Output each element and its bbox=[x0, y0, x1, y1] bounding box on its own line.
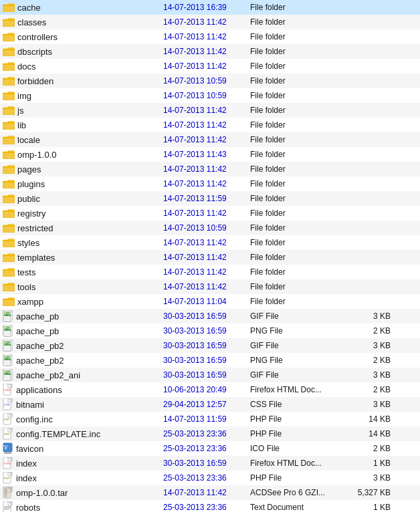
file-row[interactable]: apache_pb2 30-03-2013 16:59 GIF File 3 K… bbox=[0, 338, 420, 353]
file-name-col: apache_pb2 bbox=[3, 340, 163, 352]
file-row[interactable]: templates 14-07-2013 11:42 File folder bbox=[0, 250, 420, 265]
file-name: templates bbox=[17, 253, 55, 263]
file-type: File folder bbox=[250, 106, 344, 115]
file-row[interactable]: cache 14-07-2013 16:39 File folder bbox=[0, 0, 420, 15]
file-row[interactable]: docs 14-07-2013 11:42 File folder bbox=[0, 59, 420, 74]
file-type: File folder bbox=[250, 297, 344, 306]
folder-icon bbox=[3, 179, 15, 188]
file-type: File folder bbox=[250, 76, 344, 86]
file-date: 30-03-2013 16:59 bbox=[163, 326, 250, 336]
file-name-col: omp-1.0.0 bbox=[3, 150, 163, 160]
file-name: config.inc bbox=[16, 414, 53, 424]
file-row[interactable]: PHP config.inc 14-07-2013 11:59 PHP File… bbox=[0, 412, 420, 426]
file-name-col: controllers bbox=[3, 32, 163, 42]
folder-icon bbox=[3, 3, 15, 12]
file-row[interactable]: img 14-07-2013 10:59 File folder bbox=[0, 88, 420, 103]
file-type: File folder bbox=[250, 91, 344, 100]
file-row[interactable]: PHP index 25-03-2013 23:36 PHP File 3 KB bbox=[0, 471, 420, 485]
file-row[interactable]: apache_pb 30-03-2013 16:59 GIF File 3 KB bbox=[0, 309, 420, 324]
file-row[interactable]: pages 14-07-2013 11:42 File folder bbox=[0, 162, 420, 176]
file-date: 14-07-2013 11:59 bbox=[163, 194, 250, 203]
file-name-col: robots bbox=[3, 501, 163, 512]
svg-rect-62 bbox=[4, 346, 10, 350]
file-name: apache_pb2_ani bbox=[16, 370, 80, 380]
file-date: 25-03-2013 23:36 bbox=[163, 429, 250, 438]
file-row[interactable]: restricted 14-07-2013 10:59 File folder bbox=[0, 221, 420, 235]
image-icon bbox=[3, 310, 13, 322]
file-row[interactable]: apache_pb2_ani 30-03-2013 16:59 GIF File… bbox=[0, 368, 420, 382]
file-name: apache_pb2 bbox=[16, 341, 64, 351]
php-icon: PHP bbox=[3, 428, 13, 440]
file-row[interactable]: apache_pb 30-03-2013 16:59 PNG File 2 KB bbox=[0, 324, 420, 338]
file-row[interactable]: robots 25-03-2013 23:36 Text Document 1 … bbox=[0, 500, 420, 512]
file-row[interactable]: controllers 14-07-2013 11:42 File folder bbox=[0, 29, 420, 44]
file-row[interactable]: HTML applications 10-06-2013 20:49 Firef… bbox=[0, 382, 420, 397]
file-row[interactable]: omp-1.0.0.tar 14-07-2013 11:42 ACDSee Pr… bbox=[0, 485, 420, 500]
folder-icon bbox=[3, 106, 15, 115]
file-list: cache 14-07-2013 16:39 File folder class… bbox=[0, 0, 420, 512]
file-date: 14-07-2013 11:42 bbox=[163, 120, 250, 130]
file-row[interactable]: omp-1.0.0 14-07-2013 11:43 File folder bbox=[0, 147, 420, 162]
file-row[interactable]: public 14-07-2013 11:59 File folder bbox=[0, 191, 420, 206]
folder-icon bbox=[3, 282, 15, 291]
file-name: styles bbox=[17, 238, 39, 248]
folder-icon bbox=[3, 120, 15, 130]
file-name: forbidden bbox=[17, 76, 54, 86]
file-date: 25-03-2013 23:36 bbox=[163, 503, 250, 512]
file-type: File folder bbox=[250, 267, 344, 277]
file-name-col: lib bbox=[3, 120, 163, 130]
file-name: tests bbox=[17, 267, 35, 277]
file-row[interactable]: locale 14-07-2013 11:42 File folder bbox=[0, 132, 420, 147]
file-name: config.TEMPLATE.inc bbox=[16, 429, 100, 439]
file-name: public bbox=[17, 194, 40, 204]
archive-icon bbox=[3, 487, 13, 499]
folder-icon bbox=[3, 76, 15, 86]
file-name-col: pages bbox=[3, 164, 163, 174]
file-row[interactable]: registry 14-07-2013 11:42 File folder bbox=[0, 206, 420, 221]
file-row[interactable]: dbscripts 14-07-2013 11:42 File folder bbox=[0, 44, 420, 59]
file-row[interactable]: lib 14-07-2013 11:42 File folder bbox=[0, 118, 420, 132]
file-row[interactable]: tools 14-07-2013 11:42 File folder bbox=[0, 279, 420, 294]
file-row[interactable]: apache_pb2 30-03-2013 16:59 PNG File 2 K… bbox=[0, 353, 420, 368]
file-row[interactable]: forbidden 14-07-2013 10:59 File folder bbox=[0, 74, 420, 88]
file-row[interactable]: tests 14-07-2013 11:42 File folder bbox=[0, 265, 420, 279]
file-size: 2 KB bbox=[344, 326, 391, 336]
file-type: Firefox HTML Doc... bbox=[250, 385, 344, 394]
file-type: File folder bbox=[250, 194, 344, 203]
file-size: 3 KB bbox=[344, 473, 391, 483]
file-name: tools bbox=[17, 282, 35, 292]
file-size: 2 KB bbox=[344, 385, 391, 394]
file-type: File folder bbox=[250, 47, 344, 56]
svg-text:PKP: PKP bbox=[3, 445, 9, 448]
file-name: restricted bbox=[17, 223, 53, 233]
file-row[interactable]: plugins 14-07-2013 11:42 File folder bbox=[0, 176, 420, 191]
file-date: 14-07-2013 10:59 bbox=[163, 223, 250, 233]
file-name: applications bbox=[16, 385, 62, 395]
file-name: omp-1.0.0.tar bbox=[16, 488, 68, 498]
svg-text:CSS: CSS bbox=[4, 403, 10, 406]
file-row[interactable]: js 14-07-2013 11:42 File folder bbox=[0, 103, 420, 118]
folder-icon bbox=[3, 32, 15, 41]
file-date: 14-07-2013 11:42 bbox=[163, 267, 250, 277]
file-name: apache_pb bbox=[16, 326, 59, 336]
file-size: 3 KB bbox=[344, 400, 391, 409]
file-row[interactable]: P PKP favicon 25-03-2013 23:36 ICO File … bbox=[0, 441, 420, 456]
file-name: img bbox=[17, 91, 31, 101]
php-icon: PHP bbox=[3, 472, 13, 484]
file-name: js bbox=[17, 106, 23, 116]
file-row[interactable]: HTML index 30-03-2013 16:59 Firefox HTML… bbox=[0, 456, 420, 471]
file-name-col: xampp bbox=[3, 297, 163, 307]
file-name: index bbox=[16, 473, 37, 483]
file-date: 14-07-2013 11:42 bbox=[163, 17, 250, 27]
file-row[interactable]: classes 14-07-2013 11:42 File folder bbox=[0, 15, 420, 29]
svg-text:HTML: HTML bbox=[4, 462, 12, 465]
file-name-col: apache_pb2 bbox=[3, 354, 163, 366]
file-row[interactable]: PHP config.TEMPLATE.inc 25-03-2013 23:36… bbox=[0, 426, 420, 441]
file-row[interactable]: CSS bitnami 29-04-2013 12:57 CSS File 3 … bbox=[0, 397, 420, 412]
file-name: lib bbox=[17, 120, 26, 130]
file-size: 5,327 KB bbox=[344, 488, 391, 497]
file-row[interactable]: xampp 14-07-2013 11:04 File folder bbox=[0, 294, 420, 309]
file-row[interactable]: styles 14-07-2013 11:42 File folder bbox=[0, 235, 420, 250]
image-icon bbox=[3, 325, 13, 337]
file-name: apache_pb2 bbox=[16, 356, 64, 366]
